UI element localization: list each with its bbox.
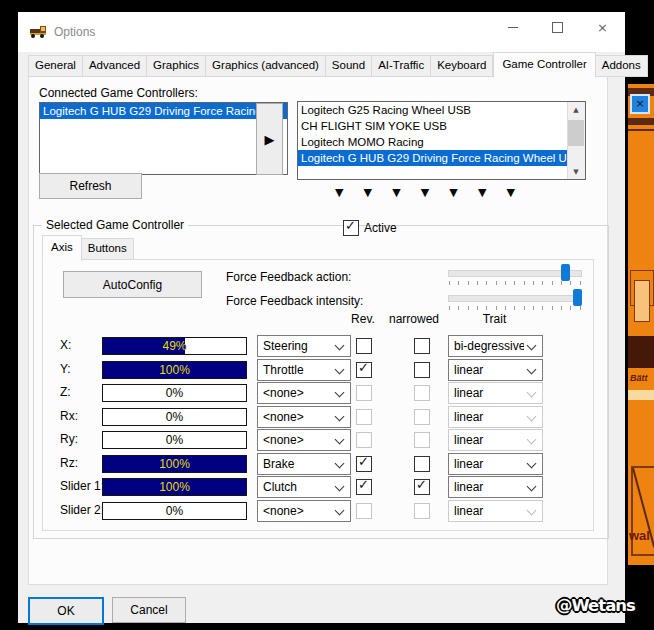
check-icon: ✓ (358, 360, 369, 375)
axis-label: Y: (60, 362, 71, 376)
axis-label: Rz: (60, 456, 78, 470)
axis-percent-text: 0% (103, 432, 246, 448)
autoconfig-button[interactable]: AutoConfig (63, 271, 202, 298)
background-game-window: × Bätt wal (628, 84, 654, 565)
function-dropdown[interactable]: <none> (257, 500, 351, 522)
dropdown-value: Steering (263, 336, 332, 356)
list-item[interactable]: Logitech G25 Racing Wheel USB (298, 102, 568, 118)
list-item[interactable]: Logitech G HUB G29 Driving Force Racing … (40, 103, 287, 119)
chevron-down-icon (527, 341, 537, 351)
axis-row-ry: Ry:0%0%<none>✓✓linear (43, 429, 593, 452)
function-dropdown[interactable]: Brake (257, 453, 351, 475)
rev-checkbox[interactable]: ✓ (356, 362, 372, 378)
scrollbar-thumb[interactable] (568, 120, 584, 146)
active-checkbox[interactable]: ✓ (343, 220, 359, 236)
tick-mark (477, 306, 478, 310)
tick-mark (449, 281, 450, 285)
tab-graphics-advanced[interactable]: Graphics (advanced) (206, 55, 326, 77)
tick-mark (458, 306, 459, 310)
function-dropdown[interactable]: <none> (257, 406, 351, 428)
narrowed-checkbox[interactable]: ✓ (414, 338, 430, 354)
tab-advanced[interactable]: Advanced (83, 55, 147, 77)
list-item[interactable]: CH FLIGHT SIM YOKE USB (298, 118, 568, 134)
available-controllers-items[interactable]: Logitech G25 Racing Wheel USBCH FLIGHT S… (298, 102, 568, 179)
tick-mark (477, 281, 478, 285)
tick-mark (458, 281, 459, 285)
tick-mark (505, 306, 506, 310)
minimize-button[interactable] (490, 12, 535, 42)
trait-dropdown[interactable]: linear (448, 359, 543, 381)
axis-percent-text: 100% (103, 362, 246, 378)
axis-tab-page: AutoConfig Force Feedback action: Force … (42, 259, 594, 531)
axis-activity-markers: ▼▼▼▼▼▼▼ (335, 187, 515, 198)
dropdown-value: <none> (263, 430, 332, 450)
tick-mark (505, 281, 506, 285)
tab-general[interactable]: General (28, 55, 83, 77)
function-dropdown[interactable]: Throttle (257, 359, 351, 381)
trait-dropdown[interactable]: linear (448, 453, 543, 475)
maximize-button[interactable] (535, 12, 580, 42)
trait-dropdown: linear (448, 500, 543, 522)
dropdown-value: <none> (263, 407, 332, 427)
rev-checkbox[interactable]: ✓ (356, 338, 372, 354)
trait-dropdown[interactable]: linear (448, 476, 543, 498)
transfer-button[interactable]: ▶ (256, 103, 283, 175)
tick-mark (561, 281, 562, 285)
tick-mark (496, 306, 497, 310)
slider-thumb[interactable] (561, 264, 570, 281)
list-item[interactable]: Logitech G HUB G29 Driving Force Racing … (298, 150, 568, 166)
dropdown-value: <none> (263, 501, 332, 521)
trait-dropdown: linear (448, 382, 543, 404)
connected-controllers-listbox[interactable]: Logitech G HUB G29 Driving Force Racing … (39, 102, 288, 175)
scroll-up-icon[interactable]: ▲ (568, 102, 584, 117)
ok-button[interactable]: OK (28, 597, 104, 625)
dropdown-value: linear (454, 501, 524, 521)
dropdown-value: linear (454, 430, 524, 450)
cancel-button[interactable]: Cancel (112, 597, 186, 623)
rev-checkbox[interactable]: ✓ (356, 456, 372, 472)
check-icon: ✓ (345, 218, 356, 233)
tab-buttons[interactable]: Buttons (82, 238, 134, 260)
tab-graphics[interactable]: Graphics (147, 55, 206, 77)
scroll-down-icon[interactable]: ▼ (568, 164, 584, 179)
tick-mark (486, 281, 487, 285)
tab-keyboard[interactable]: Keyboard (431, 55, 493, 77)
refresh-button[interactable]: Refresh (39, 173, 142, 199)
list-item[interactable]: Logitech MOMO Racing (298, 134, 568, 150)
tab-ai-traffic[interactable]: AI-Traffic (372, 55, 431, 77)
truck-artwork (634, 280, 650, 322)
narrowed-checkbox[interactable]: ✓ (414, 479, 430, 495)
rev-checkbox[interactable]: ✓ (356, 479, 372, 495)
maximize-icon (552, 22, 563, 33)
axis-value-bar: 0%0% (102, 502, 247, 520)
tab-axis[interactable]: Axis (42, 235, 82, 261)
tab-game-controller[interactable]: Game Controller (493, 52, 595, 78)
slider-thumb[interactable] (573, 289, 582, 306)
check-icon: ✓ (358, 454, 369, 469)
function-dropdown[interactable]: <none> (257, 429, 351, 451)
axis-row-slider-2: Slider 2:0%0%<none>✓✓linear (43, 500, 593, 523)
tab-sound[interactable]: Sound (326, 55, 372, 77)
function-dropdown[interactable]: <none> (257, 382, 351, 404)
tick-mark (514, 281, 515, 285)
force-feedback-intensity-slider[interactable] (448, 288, 582, 310)
trait-dropdown[interactable]: bi-degressive (448, 335, 543, 357)
narrowed-checkbox[interactable]: ✓ (414, 456, 430, 472)
close-button[interactable]: × (580, 12, 625, 42)
connected-controllers-label: Connected Game Controllers: (39, 86, 198, 100)
dropdown-value: linear (454, 360, 524, 380)
slider-ticks (449, 306, 581, 310)
tab-addons[interactable]: Addons (596, 55, 648, 77)
background-text-bottom: wal (629, 528, 650, 543)
listbox-scrollbar[interactable]: ▲ ▼ (567, 102, 585, 179)
options-dialog: Options × GeneralAdvancedGraphicsGraphic… (18, 12, 625, 623)
trait-dropdown: linear (448, 429, 543, 451)
chevron-down-icon (527, 364, 537, 374)
function-dropdown[interactable]: Steering (257, 335, 351, 357)
background-window-close-button[interactable]: × (630, 94, 650, 114)
tick-mark (580, 306, 581, 310)
force-feedback-action-slider[interactable] (448, 263, 582, 285)
narrowed-checkbox[interactable]: ✓ (414, 362, 430, 378)
function-dropdown[interactable]: Clutch (257, 476, 351, 498)
tick-mark (552, 281, 553, 285)
